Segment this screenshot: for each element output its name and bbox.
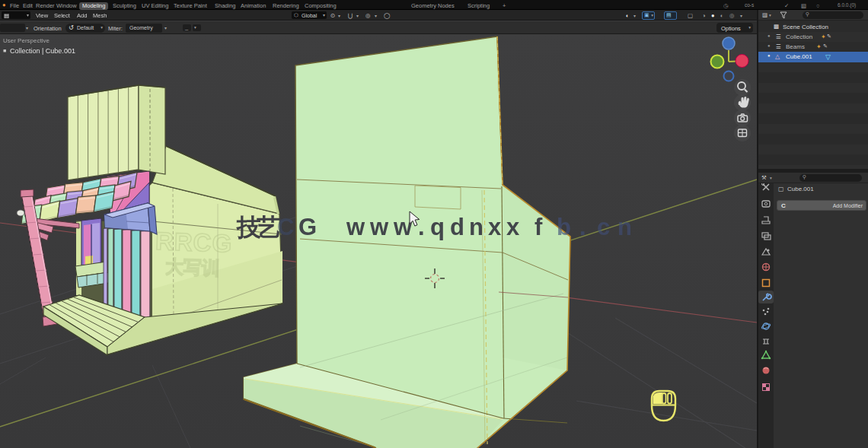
svg-text:.: .: [418, 214, 425, 240]
svg-text:■: ■: [3, 48, 6, 53]
svg-text:w: w: [369, 214, 389, 240]
svg-text:d: d: [450, 214, 464, 240]
svg-text:C: C: [277, 214, 294, 240]
svg-text:大写训: 大写训: [164, 256, 220, 278]
svg-text:c: c: [597, 214, 610, 240]
svg-text:Collection | Cube.001: Collection | Cube.001: [10, 47, 75, 55]
svg-text:.: .: [579, 214, 586, 240]
svg-text:User Perspective: User Perspective: [3, 37, 49, 44]
svg-text:w: w: [346, 214, 365, 240]
svg-text:x: x: [506, 214, 520, 240]
svg-text:x: x: [488, 214, 502, 240]
svg-text:n: n: [469, 214, 483, 240]
svg-text:b: b: [557, 214, 571, 240]
svg-text:n: n: [617, 214, 632, 240]
svg-text:G: G: [298, 214, 317, 240]
svg-text:RRCG: RRCG: [155, 227, 232, 258]
svg-text:q: q: [430, 214, 445, 240]
svg-text:f: f: [535, 214, 543, 240]
